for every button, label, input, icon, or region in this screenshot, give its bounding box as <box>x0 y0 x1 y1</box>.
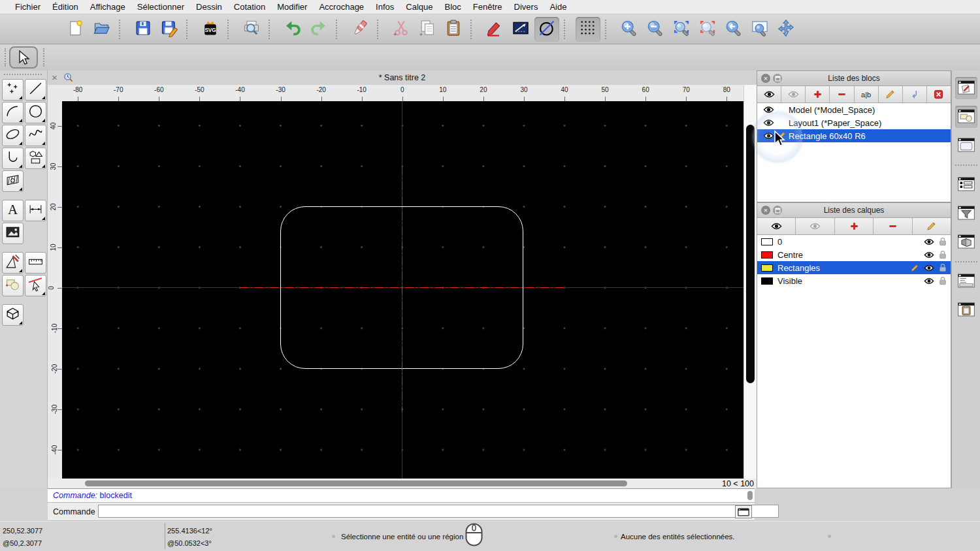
polyline-tool-button[interactable] <box>2 148 24 169</box>
copy-button[interactable]: + <box>415 17 440 42</box>
zoom-in-button[interactable] <box>617 17 642 42</box>
zoom-out-button[interactable] <box>643 17 668 42</box>
layer-list-dock-button[interactable] <box>955 174 977 196</box>
svg-export-button[interactable]: SVG <box>198 17 223 42</box>
solid-tool-button[interactable] <box>2 304 24 326</box>
eye-icon[interactable] <box>922 277 936 285</box>
line-angle-button[interactable] <box>508 17 533 42</box>
horizontal-scrollbar-thumb[interactable] <box>85 480 627 486</box>
isometric-grid-button[interactable] <box>534 17 559 42</box>
delete-block-button[interactable] <box>927 86 951 102</box>
undo-button[interactable] <box>280 17 305 42</box>
delete-button[interactable] <box>348 17 372 42</box>
vertical-scrollbar-thumb[interactable] <box>746 125 755 383</box>
lock-icon[interactable] <box>936 276 949 285</box>
select-tool-button[interactable] <box>9 46 38 69</box>
menu-item-dessin[interactable]: Dessin <box>190 2 228 12</box>
vertical-scrollbar[interactable] <box>743 85 757 479</box>
horizontal-scrollbar[interactable] <box>48 479 757 488</box>
text-tool-button[interactable]: A <box>2 200 24 221</box>
lock-icon[interactable] <box>936 237 949 246</box>
line-tool-button[interactable] <box>25 79 46 101</box>
menu-item-fichier[interactable]: Fichier <box>9 2 46 12</box>
redo-button[interactable] <box>306 17 331 42</box>
block-row[interactable]: Model (*Model_Space) <box>757 103 951 116</box>
menu-item-selectionner[interactable]: Sélectionner <box>131 2 190 12</box>
eye-icon[interactable] <box>922 264 936 272</box>
menu-item-infos[interactable]: Infos <box>370 2 400 12</box>
layer-row[interactable]: 0 <box>757 235 951 248</box>
pencil-button[interactable] <box>913 218 951 234</box>
menu-item-cotation[interactable]: Cotation <box>228 2 271 12</box>
plus-button[interactable] <box>835 218 874 234</box>
minus-button[interactable] <box>830 86 854 102</box>
arc-tool-button[interactable] <box>2 102 24 123</box>
print-preview-button[interactable] <box>239 17 264 42</box>
open-folder-button[interactable] <box>90 17 114 42</box>
block-row[interactable]: Layout1 (*Paper_Space) <box>757 116 951 129</box>
zoom-redraw-button[interactable] <box>721 17 746 42</box>
rename-button[interactable]: a|b <box>855 86 879 102</box>
library-dock-button[interactable] <box>955 106 977 128</box>
eye-gray-button[interactable] <box>796 218 834 234</box>
zoom-pan-button[interactable] <box>774 17 798 42</box>
zoom-window-button[interactable] <box>747 17 772 42</box>
menu-item-aide[interactable]: Aide <box>544 2 572 12</box>
cut-button[interactable]: + <box>389 17 414 42</box>
minus-button[interactable] <box>874 218 912 234</box>
point-tool-button[interactable] <box>2 79 24 101</box>
spline-tool-button[interactable] <box>25 125 46 146</box>
drawing-canvas[interactable] <box>62 101 743 479</box>
block-row[interactable]: Rectangle 60x40 R6 <box>757 129 951 142</box>
ellipse-tool-button[interactable] <box>2 125 24 146</box>
command-dock-button[interactable] <box>955 270 977 292</box>
dimension-tool-button[interactable] <box>25 200 46 221</box>
paste-button[interactable] <box>441 17 466 42</box>
layer-row[interactable]: Rectangles <box>757 261 951 274</box>
menu-item-calque[interactable]: Calque <box>400 2 438 12</box>
hatch-tool-button[interactable] <box>2 170 24 192</box>
eye-button[interactable] <box>757 218 796 234</box>
filter-dock-button[interactable] <box>955 202 977 225</box>
eye-gray-button[interactable] <box>781 86 806 102</box>
command-history-scrollbar[interactable] <box>747 491 753 500</box>
draw-order-button[interactable] <box>482 17 507 42</box>
eye-icon[interactable] <box>761 118 776 127</box>
layer-row[interactable]: Visible <box>757 274 951 287</box>
circle-tool-button[interactable] <box>25 102 46 123</box>
material-dock-button[interactable] <box>955 231 977 253</box>
menu-item-affichage[interactable]: Affichage <box>84 2 131 12</box>
image-tool-button[interactable] <box>2 223 24 244</box>
save-button[interactable] <box>131 17 155 42</box>
zoom-previous-button[interactable] <box>695 17 720 42</box>
eye-icon[interactable] <box>761 105 776 114</box>
frame-dock-button[interactable] <box>955 134 977 157</box>
layer-row[interactable]: Centre <box>757 248 951 261</box>
eye-icon[interactable] <box>761 131 776 140</box>
lock-icon[interactable] <box>936 263 949 272</box>
menu-item-bloc[interactable]: Bloc <box>438 2 466 12</box>
insert-block-button[interactable] <box>903 86 927 102</box>
modify-tool-button[interactable] <box>2 252 24 274</box>
zoom-auto-button[interactable] <box>669 17 694 42</box>
new-document-button[interactable] <box>63 17 88 42</box>
save-as-button[interactable] <box>157 17 182 42</box>
menu-item-divers[interactable]: Divers <box>508 2 544 12</box>
command-input[interactable] <box>98 505 779 518</box>
eye-icon[interactable] <box>922 238 936 246</box>
polygon-tool-button[interactable] <box>25 148 46 169</box>
plus-button[interactable] <box>806 86 830 102</box>
pencil-button[interactable] <box>879 86 903 102</box>
eye-button[interactable] <box>757 86 781 102</box>
block-edit-dock-button[interactable] <box>955 77 977 99</box>
order-tool-button[interactable] <box>2 275 24 296</box>
menu-item-edition[interactable]: Édition <box>46 2 84 12</box>
clipboard-dock-button[interactable] <box>955 299 977 321</box>
keyboard-toggle-button[interactable] <box>735 505 752 518</box>
select-entity-tool-button[interactable] <box>25 275 46 296</box>
menu-item-modifier[interactable]: Modifier <box>271 2 313 12</box>
lock-icon[interactable] <box>936 250 949 259</box>
eye-icon[interactable] <box>922 251 936 259</box>
menu-item-accrochage[interactable]: Accrochage <box>313 2 370 12</box>
grid-button[interactable] <box>576 17 600 42</box>
